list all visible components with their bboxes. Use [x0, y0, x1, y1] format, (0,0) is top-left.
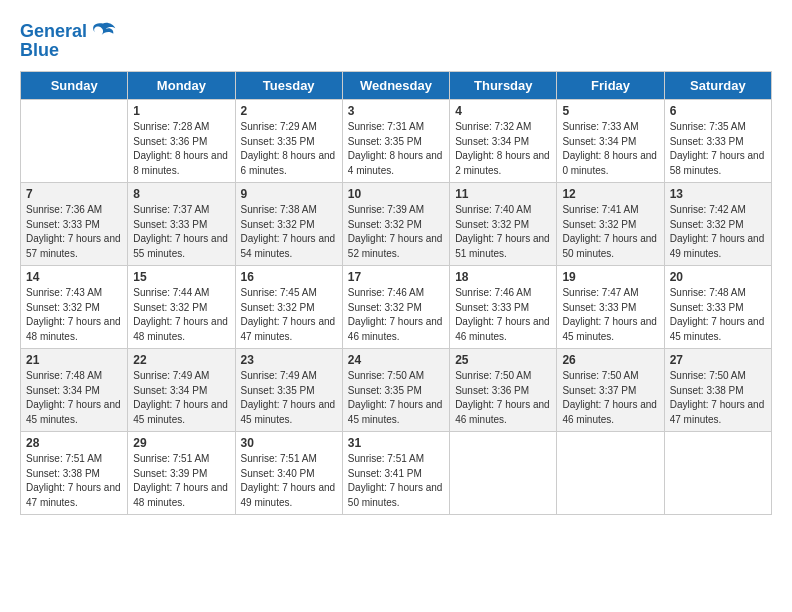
calendar-cell: 22Sunrise: 7:49 AMSunset: 3:34 PMDayligh… [128, 349, 235, 432]
day-info: Sunrise: 7:50 AMSunset: 3:36 PMDaylight:… [455, 369, 551, 427]
day-number: 25 [455, 353, 551, 367]
day-info: Sunrise: 7:46 AMSunset: 3:33 PMDaylight:… [455, 286, 551, 344]
day-info: Sunrise: 7:47 AMSunset: 3:33 PMDaylight:… [562, 286, 658, 344]
day-number: 2 [241, 104, 337, 118]
day-info: Sunrise: 7:45 AMSunset: 3:32 PMDaylight:… [241, 286, 337, 344]
day-info: Sunrise: 7:49 AMSunset: 3:35 PMDaylight:… [241, 369, 337, 427]
day-number: 7 [26, 187, 122, 201]
day-number: 1 [133, 104, 229, 118]
page-header: General Blue [20, 20, 772, 61]
day-info: Sunrise: 7:51 AMSunset: 3:39 PMDaylight:… [133, 452, 229, 510]
calendar-cell [664, 432, 771, 515]
calendar-cell: 7Sunrise: 7:36 AMSunset: 3:33 PMDaylight… [21, 183, 128, 266]
day-number: 16 [241, 270, 337, 284]
day-number: 27 [670, 353, 766, 367]
day-info: Sunrise: 7:31 AMSunset: 3:35 PMDaylight:… [348, 120, 444, 178]
calendar-header-row: SundayMondayTuesdayWednesdayThursdayFrid… [21, 72, 772, 100]
col-header-friday: Friday [557, 72, 664, 100]
day-number: 24 [348, 353, 444, 367]
day-info: Sunrise: 7:48 AMSunset: 3:33 PMDaylight:… [670, 286, 766, 344]
day-info: Sunrise: 7:51 AMSunset: 3:40 PMDaylight:… [241, 452, 337, 510]
day-info: Sunrise: 7:44 AMSunset: 3:32 PMDaylight:… [133, 286, 229, 344]
calendar-cell [21, 100, 128, 183]
day-number: 11 [455, 187, 551, 201]
day-info: Sunrise: 7:28 AMSunset: 3:36 PMDaylight:… [133, 120, 229, 178]
calendar-cell: 27Sunrise: 7:50 AMSunset: 3:38 PMDayligh… [664, 349, 771, 432]
day-number: 14 [26, 270, 122, 284]
calendar-cell: 29Sunrise: 7:51 AMSunset: 3:39 PMDayligh… [128, 432, 235, 515]
week-row-4: 21Sunrise: 7:48 AMSunset: 3:34 PMDayligh… [21, 349, 772, 432]
day-info: Sunrise: 7:40 AMSunset: 3:32 PMDaylight:… [455, 203, 551, 261]
day-number: 9 [241, 187, 337, 201]
calendar-cell: 20Sunrise: 7:48 AMSunset: 3:33 PMDayligh… [664, 266, 771, 349]
day-info: Sunrise: 7:38 AMSunset: 3:32 PMDaylight:… [241, 203, 337, 261]
calendar-table: SundayMondayTuesdayWednesdayThursdayFrid… [20, 71, 772, 515]
week-row-1: 1Sunrise: 7:28 AMSunset: 3:36 PMDaylight… [21, 100, 772, 183]
calendar-cell: 25Sunrise: 7:50 AMSunset: 3:36 PMDayligh… [450, 349, 557, 432]
calendar-cell: 12Sunrise: 7:41 AMSunset: 3:32 PMDayligh… [557, 183, 664, 266]
calendar-cell: 28Sunrise: 7:51 AMSunset: 3:38 PMDayligh… [21, 432, 128, 515]
calendar-cell [557, 432, 664, 515]
calendar-cell: 17Sunrise: 7:46 AMSunset: 3:32 PMDayligh… [342, 266, 449, 349]
col-header-thursday: Thursday [450, 72, 557, 100]
calendar-cell: 24Sunrise: 7:50 AMSunset: 3:35 PMDayligh… [342, 349, 449, 432]
calendar-cell: 26Sunrise: 7:50 AMSunset: 3:37 PMDayligh… [557, 349, 664, 432]
day-info: Sunrise: 7:42 AMSunset: 3:32 PMDaylight:… [670, 203, 766, 261]
week-row-2: 7Sunrise: 7:36 AMSunset: 3:33 PMDaylight… [21, 183, 772, 266]
day-number: 3 [348, 104, 444, 118]
day-number: 15 [133, 270, 229, 284]
day-info: Sunrise: 7:37 AMSunset: 3:33 PMDaylight:… [133, 203, 229, 261]
col-header-saturday: Saturday [664, 72, 771, 100]
calendar-cell: 11Sunrise: 7:40 AMSunset: 3:32 PMDayligh… [450, 183, 557, 266]
logo: General Blue [20, 20, 117, 61]
calendar-cell: 9Sunrise: 7:38 AMSunset: 3:32 PMDaylight… [235, 183, 342, 266]
col-header-sunday: Sunday [21, 72, 128, 100]
day-number: 26 [562, 353, 658, 367]
col-header-tuesday: Tuesday [235, 72, 342, 100]
day-info: Sunrise: 7:48 AMSunset: 3:34 PMDaylight:… [26, 369, 122, 427]
day-number: 30 [241, 436, 337, 450]
day-info: Sunrise: 7:49 AMSunset: 3:34 PMDaylight:… [133, 369, 229, 427]
calendar-cell: 21Sunrise: 7:48 AMSunset: 3:34 PMDayligh… [21, 349, 128, 432]
day-info: Sunrise: 7:33 AMSunset: 3:34 PMDaylight:… [562, 120, 658, 178]
calendar-cell: 13Sunrise: 7:42 AMSunset: 3:32 PMDayligh… [664, 183, 771, 266]
calendar-cell: 8Sunrise: 7:37 AMSunset: 3:33 PMDaylight… [128, 183, 235, 266]
day-number: 31 [348, 436, 444, 450]
day-number: 18 [455, 270, 551, 284]
col-header-monday: Monday [128, 72, 235, 100]
day-number: 6 [670, 104, 766, 118]
day-info: Sunrise: 7:36 AMSunset: 3:33 PMDaylight:… [26, 203, 122, 261]
day-info: Sunrise: 7:51 AMSunset: 3:38 PMDaylight:… [26, 452, 122, 510]
day-info: Sunrise: 7:43 AMSunset: 3:32 PMDaylight:… [26, 286, 122, 344]
day-number: 5 [562, 104, 658, 118]
day-number: 21 [26, 353, 122, 367]
day-info: Sunrise: 7:51 AMSunset: 3:41 PMDaylight:… [348, 452, 444, 510]
calendar-cell: 10Sunrise: 7:39 AMSunset: 3:32 PMDayligh… [342, 183, 449, 266]
day-info: Sunrise: 7:39 AMSunset: 3:32 PMDaylight:… [348, 203, 444, 261]
day-info: Sunrise: 7:50 AMSunset: 3:37 PMDaylight:… [562, 369, 658, 427]
calendar-cell: 3Sunrise: 7:31 AMSunset: 3:35 PMDaylight… [342, 100, 449, 183]
day-number: 10 [348, 187, 444, 201]
day-number: 12 [562, 187, 658, 201]
calendar-cell: 2Sunrise: 7:29 AMSunset: 3:35 PMDaylight… [235, 100, 342, 183]
calendar-cell: 16Sunrise: 7:45 AMSunset: 3:32 PMDayligh… [235, 266, 342, 349]
day-info: Sunrise: 7:41 AMSunset: 3:32 PMDaylight:… [562, 203, 658, 261]
calendar-cell: 1Sunrise: 7:28 AMSunset: 3:36 PMDaylight… [128, 100, 235, 183]
day-number: 28 [26, 436, 122, 450]
day-info: Sunrise: 7:35 AMSunset: 3:33 PMDaylight:… [670, 120, 766, 178]
day-number: 8 [133, 187, 229, 201]
calendar-cell: 5Sunrise: 7:33 AMSunset: 3:34 PMDaylight… [557, 100, 664, 183]
day-number: 23 [241, 353, 337, 367]
calendar-cell: 19Sunrise: 7:47 AMSunset: 3:33 PMDayligh… [557, 266, 664, 349]
calendar-cell: 4Sunrise: 7:32 AMSunset: 3:34 PMDaylight… [450, 100, 557, 183]
calendar-cell: 6Sunrise: 7:35 AMSunset: 3:33 PMDaylight… [664, 100, 771, 183]
calendar-cell: 31Sunrise: 7:51 AMSunset: 3:41 PMDayligh… [342, 432, 449, 515]
col-header-wednesday: Wednesday [342, 72, 449, 100]
calendar-cell: 15Sunrise: 7:44 AMSunset: 3:32 PMDayligh… [128, 266, 235, 349]
day-number: 20 [670, 270, 766, 284]
day-number: 19 [562, 270, 658, 284]
day-info: Sunrise: 7:46 AMSunset: 3:32 PMDaylight:… [348, 286, 444, 344]
calendar-cell [450, 432, 557, 515]
calendar-cell: 14Sunrise: 7:43 AMSunset: 3:32 PMDayligh… [21, 266, 128, 349]
day-info: Sunrise: 7:32 AMSunset: 3:34 PMDaylight:… [455, 120, 551, 178]
